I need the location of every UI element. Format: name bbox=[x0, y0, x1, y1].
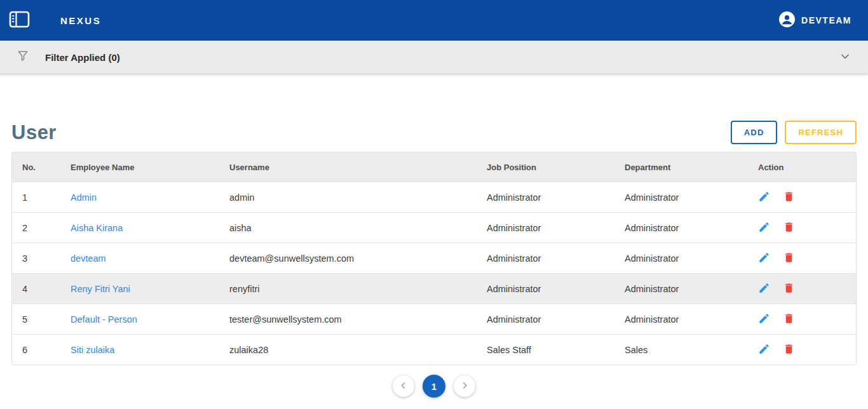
row-number-cell: 5 bbox=[12, 304, 60, 334]
employee-name-link[interactable]: Admin bbox=[71, 192, 97, 203]
edit-button[interactable] bbox=[758, 191, 770, 204]
department-cell: Administrator bbox=[614, 212, 748, 243]
action-cell bbox=[748, 273, 856, 304]
pagination: 1 bbox=[11, 375, 857, 398]
user-menu[interactable]: DEVTEAM bbox=[779, 11, 851, 29]
chevron-down-icon bbox=[839, 50, 851, 65]
action-cell bbox=[748, 334, 856, 365]
action-cell bbox=[748, 243, 856, 273]
pencil-icon bbox=[758, 347, 770, 357]
trash-icon bbox=[783, 317, 795, 326]
column-header-job: Job Position bbox=[477, 152, 614, 182]
row-number-cell: 1 bbox=[12, 182, 60, 212]
username-cell: tester@sunwellsystem.com bbox=[219, 304, 477, 334]
delete-button[interactable] bbox=[783, 221, 795, 235]
job-position-cell: Administrator bbox=[477, 273, 614, 304]
table-row: 5 Default - Person tester@sunwellsystem.… bbox=[12, 304, 856, 334]
department-cell: Administrator bbox=[614, 243, 748, 273]
page-title: User bbox=[11, 121, 57, 144]
pencil-icon bbox=[758, 286, 770, 296]
user-name-label: DEVTEAM bbox=[801, 15, 851, 25]
job-position-cell: Administrator bbox=[477, 304, 614, 334]
app-brand: NEXUS bbox=[60, 15, 101, 26]
chevron-right-icon bbox=[459, 380, 470, 392]
column-header-employee: Employee Name bbox=[60, 152, 219, 182]
column-header-action: Action bbox=[748, 152, 856, 182]
filter-expand-button[interactable] bbox=[839, 50, 851, 65]
employee-name-link[interactable]: Aisha Kirana bbox=[71, 223, 123, 233]
action-cell bbox=[748, 212, 856, 243]
sidebar-toggle-button[interactable] bbox=[9, 11, 30, 30]
delete-button[interactable] bbox=[783, 343, 795, 357]
edit-button[interactable] bbox=[758, 343, 770, 357]
row-number-cell: 2 bbox=[12, 212, 60, 243]
edit-button[interactable] bbox=[758, 251, 770, 265]
pagination-page-button[interactable]: 1 bbox=[423, 375, 445, 398]
delete-button[interactable] bbox=[783, 191, 795, 204]
pagination-next-button[interactable] bbox=[454, 375, 475, 397]
refresh-button[interactable]: REFRESH bbox=[785, 121, 857, 144]
edit-button[interactable] bbox=[758, 282, 770, 296]
table-row: 2 Aisha Kirana aisha Administrator Admin… bbox=[12, 212, 856, 243]
table-row: 6 Siti zulaika zulaika28 Sales Staff Sal… bbox=[12, 334, 856, 365]
department-cell: Administrator bbox=[614, 273, 748, 304]
department-cell: Administrator bbox=[614, 182, 748, 212]
username-cell: zulaika28 bbox=[219, 334, 477, 365]
employee-name-link[interactable]: devteam bbox=[71, 253, 106, 264]
action-cell bbox=[748, 182, 856, 212]
account-circle-icon bbox=[779, 11, 795, 29]
pencil-icon bbox=[758, 225, 770, 235]
navbar: NEXUS DEVTEAM bbox=[0, 0, 868, 41]
pencil-icon bbox=[758, 256, 770, 265]
edit-button[interactable] bbox=[758, 312, 770, 326]
trash-icon bbox=[783, 225, 795, 235]
action-cell bbox=[748, 304, 856, 334]
employee-name-link[interactable]: Siti zulaika bbox=[71, 345, 114, 355]
table-header-row: No. Employee Name Username Job Position … bbox=[12, 152, 856, 182]
pencil-icon bbox=[758, 195, 770, 204]
job-position-cell: Sales Staff bbox=[477, 334, 614, 365]
department-cell: Sales bbox=[614, 334, 748, 365]
pagination-prev-button[interactable] bbox=[393, 375, 414, 397]
trash-icon bbox=[783, 256, 795, 265]
main-content: User ADD REFRESH No. Employee Name Usern… bbox=[0, 121, 868, 398]
username-cell: aisha bbox=[219, 212, 477, 243]
username-cell: devteam@sunwellsystem.com bbox=[219, 243, 477, 273]
delete-button[interactable] bbox=[783, 282, 795, 296]
column-header-dept: Department bbox=[614, 152, 748, 182]
row-number-cell: 6 bbox=[12, 334, 60, 365]
row-number-cell: 3 bbox=[12, 243, 60, 273]
edit-button[interactable] bbox=[758, 221, 770, 235]
username-cell: renyfitri bbox=[219, 273, 477, 304]
sidebar-toggle-icon bbox=[9, 11, 30, 30]
pencil-icon bbox=[758, 317, 770, 326]
column-header-username: Username bbox=[219, 152, 477, 182]
username-cell: admin bbox=[219, 182, 477, 212]
delete-button[interactable] bbox=[783, 251, 795, 265]
employee-name-link[interactable]: Default - Person bbox=[71, 314, 137, 325]
row-number-cell: 4 bbox=[12, 273, 60, 304]
filter-bar[interactable]: Filter Applied (0) bbox=[0, 41, 868, 74]
user-table: No. Employee Name Username Job Position … bbox=[11, 152, 857, 365]
add-button[interactable]: ADD bbox=[731, 121, 778, 144]
job-position-cell: Administrator bbox=[477, 182, 614, 212]
chevron-left-icon bbox=[398, 380, 409, 392]
table-row: 4 Reny Fitri Yani renyfitri Administrato… bbox=[12, 273, 856, 304]
table-row: 3 devteam devteam@sunwellsystem.com Admi… bbox=[12, 243, 856, 273]
filter-label: Filter Applied (0) bbox=[45, 52, 120, 63]
delete-button[interactable] bbox=[783, 312, 795, 326]
job-position-cell: Administrator bbox=[477, 212, 614, 243]
table-row: 1 Admin admin Administrator Administrato… bbox=[12, 182, 856, 212]
department-cell: Administrator bbox=[614, 304, 748, 334]
trash-icon bbox=[783, 195, 795, 204]
trash-icon bbox=[783, 347, 795, 357]
job-position-cell: Administrator bbox=[477, 243, 614, 273]
toolbar: ADD REFRESH bbox=[731, 121, 857, 144]
trash-icon bbox=[783, 286, 795, 296]
column-header-no: No. bbox=[12, 152, 60, 182]
filter-funnel-icon bbox=[17, 50, 29, 65]
employee-name-link[interactable]: Reny Fitri Yani bbox=[71, 284, 130, 294]
